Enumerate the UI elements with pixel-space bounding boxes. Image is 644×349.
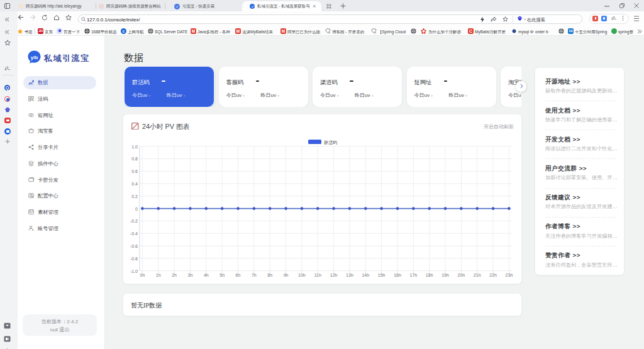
svg-text:16h: 16h xyxy=(394,273,401,277)
svg-text:5h: 5h xyxy=(219,273,225,277)
svg-text:-0.6: -0.6 xyxy=(130,244,138,248)
svg-text:15h: 15h xyxy=(378,273,386,277)
svg-text:ylb: ylb xyxy=(31,55,38,60)
svg-text:12h: 12h xyxy=(330,273,338,277)
svg-text:7h: 7h xyxy=(252,273,257,277)
svg-text:4h: 4h xyxy=(204,273,209,277)
svg-text:3h: 3h xyxy=(188,273,193,277)
svg-text:20h: 20h xyxy=(458,273,465,277)
svg-text:17h: 17h xyxy=(410,273,418,277)
svg-text:-0.2: -0.2 xyxy=(130,219,138,223)
svg-text:1.0: 1.0 xyxy=(131,145,138,149)
svg-text:-1.0: -1.0 xyxy=(130,269,138,274)
svg-text:0.2: 0.2 xyxy=(131,194,138,199)
svg-text:10h: 10h xyxy=(298,273,306,277)
svg-text:21h: 21h xyxy=(474,273,481,277)
svg-text:1h: 1h xyxy=(156,273,161,277)
svg-text:2h: 2h xyxy=(172,273,177,277)
svg-text:0.6: 0.6 xyxy=(131,169,138,174)
svg-text:0: 0 xyxy=(135,207,138,211)
svg-text:8h: 8h xyxy=(267,273,272,277)
svg-text:-0.4: -0.4 xyxy=(130,231,138,236)
svg-text:18h: 18h xyxy=(426,273,433,277)
svg-text:22h: 22h xyxy=(489,273,497,277)
svg-text:0h: 0h xyxy=(140,273,145,277)
svg-text:0.8: 0.8 xyxy=(131,157,138,161)
svg-text:11h: 11h xyxy=(314,273,321,277)
svg-text:-0.8: -0.8 xyxy=(130,257,138,261)
svg-text:6h: 6h xyxy=(236,273,241,277)
svg-text:14h: 14h xyxy=(362,273,369,277)
svg-text:群活码: 群活码 xyxy=(324,140,337,145)
svg-text:13h: 13h xyxy=(346,273,353,277)
svg-text:23h: 23h xyxy=(506,273,513,277)
svg-text:19h: 19h xyxy=(441,273,449,277)
svg-text:9h: 9h xyxy=(284,273,289,277)
svg-text:0.4: 0.4 xyxy=(131,182,138,186)
